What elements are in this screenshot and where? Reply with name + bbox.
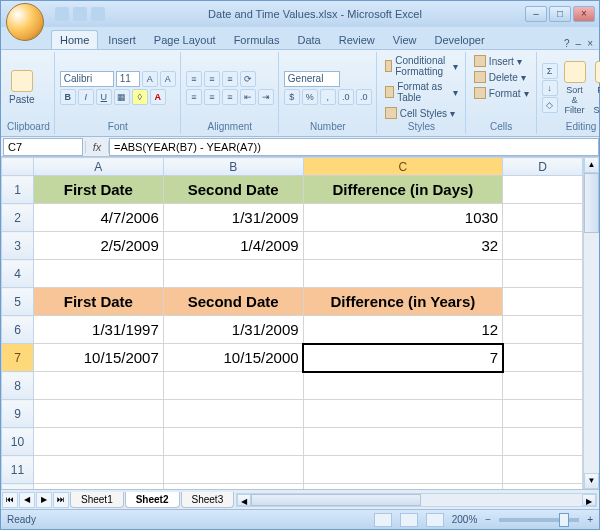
underline-button[interactable]: U [96, 89, 112, 105]
help-icon[interactable]: ? [564, 38, 570, 49]
align-bottom-button[interactable]: ≡ [222, 71, 238, 87]
cell[interactable] [503, 428, 583, 456]
cell[interactable] [33, 428, 163, 456]
vertical-scrollbar[interactable]: ▲ ▼ [583, 157, 599, 489]
sort-filter-button[interactable]: Sort & Filter [562, 59, 588, 117]
cell[interactable]: First Date [33, 176, 163, 204]
cell[interactable] [503, 232, 583, 260]
hscroll-thumb[interactable] [251, 494, 421, 506]
row-header[interactable]: 2 [2, 204, 34, 232]
zoom-out-button[interactable]: − [485, 514, 491, 525]
clear-button[interactable]: ◇ [542, 97, 558, 113]
cell[interactable]: 1/31/2009 [163, 316, 303, 344]
font-size-combo[interactable]: 11 [116, 71, 140, 87]
cell[interactable] [503, 204, 583, 232]
cell[interactable] [33, 484, 163, 490]
cell[interactable] [503, 316, 583, 344]
cell[interactable] [503, 176, 583, 204]
scroll-up-button[interactable]: ▲ [584, 157, 599, 173]
close-button[interactable]: × [573, 6, 595, 22]
cell[interactable]: Difference (in Years) [303, 288, 503, 316]
italic-button[interactable]: I [78, 89, 94, 105]
cell[interactable]: 32 [303, 232, 503, 260]
row-header[interactable]: 6 [2, 316, 34, 344]
align-left-button[interactable]: ≡ [186, 89, 202, 105]
scroll-left-button[interactable]: ◀ [237, 494, 251, 506]
cell[interactable] [503, 260, 583, 288]
cell[interactable] [503, 484, 583, 490]
maximize-button[interactable]: □ [549, 6, 571, 22]
cell[interactable] [503, 344, 583, 372]
cell[interactable]: 10/15/2007 [33, 344, 163, 372]
border-button[interactable]: ▦ [114, 89, 130, 105]
col-header-c[interactable]: C [303, 158, 503, 176]
percent-button[interactable]: % [302, 89, 318, 105]
tab-nav-prev[interactable]: ◀ [19, 492, 35, 508]
fill-button[interactable]: ↓ [542, 80, 558, 96]
qat-save-icon[interactable] [55, 7, 69, 21]
cell[interactable] [163, 260, 303, 288]
row-header[interactable]: 10 [2, 428, 34, 456]
active-cell[interactable]: 7 [303, 344, 503, 372]
view-layout-button[interactable] [400, 513, 418, 527]
formula-input[interactable]: =ABS(YEAR(B7) - YEAR(A7)) [109, 138, 599, 156]
row-header[interactable]: 8 [2, 372, 34, 400]
spreadsheet-grid[interactable]: A B C D 1 First Date Second Date Differe… [1, 157, 583, 489]
format-as-table-button[interactable]: Format as Table▾ [382, 80, 461, 104]
align-right-button[interactable]: ≡ [222, 89, 238, 105]
cell[interactable]: 1/31/2009 [163, 204, 303, 232]
minimize-button[interactable]: – [525, 6, 547, 22]
cell[interactable] [163, 400, 303, 428]
autosum-button[interactable]: Σ [542, 63, 558, 79]
cell[interactable]: Difference (in Days) [303, 176, 503, 204]
cell-styles-button[interactable]: Cell Styles▾ [382, 106, 458, 120]
cell[interactable] [503, 372, 583, 400]
zoom-level[interactable]: 200% [452, 514, 478, 525]
align-center-button[interactable]: ≡ [204, 89, 220, 105]
cell[interactable]: 10/15/2000 [163, 344, 303, 372]
bold-button[interactable]: B [60, 89, 76, 105]
cell[interactable] [33, 372, 163, 400]
scroll-thumb[interactable] [584, 173, 599, 233]
row-header[interactable]: 5 [2, 288, 34, 316]
cell[interactable]: Second Date [163, 288, 303, 316]
sheet-tab[interactable]: Sheet1 [70, 492, 124, 508]
delete-cells-button[interactable]: Delete▾ [471, 70, 529, 84]
office-button[interactable] [6, 3, 44, 41]
insert-cells-button[interactable]: Insert▾ [471, 54, 525, 68]
name-box[interactable]: C7 [3, 138, 83, 156]
tab-developer[interactable]: Developer [426, 31, 492, 49]
cell[interactable] [33, 456, 163, 484]
sheet-tab[interactable]: Sheet2 [125, 492, 180, 508]
row-header[interactable]: 4 [2, 260, 34, 288]
tab-home[interactable]: Home [51, 30, 98, 49]
comma-button[interactable]: , [320, 89, 336, 105]
tab-nav-last[interactable]: ⏭ [53, 492, 69, 508]
sheet-tab[interactable]: Sheet3 [181, 492, 235, 508]
cell[interactable] [303, 484, 503, 490]
dec-decimal-button[interactable]: .0 [356, 89, 372, 105]
format-cells-button[interactable]: Format▾ [471, 86, 532, 100]
align-middle-button[interactable]: ≡ [204, 71, 220, 87]
tab-nav-first[interactable]: ⏮ [2, 492, 18, 508]
cell[interactable] [503, 288, 583, 316]
row-header[interactable]: 9 [2, 400, 34, 428]
cell[interactable] [163, 372, 303, 400]
cell[interactable] [303, 456, 503, 484]
view-pagebreak-button[interactable] [426, 513, 444, 527]
ribbon-close-icon[interactable]: × [587, 38, 593, 49]
conditional-formatting-button[interactable]: Conditional Formatting▾ [382, 54, 461, 78]
cell[interactable]: First Date [33, 288, 163, 316]
cell[interactable]: 12 [303, 316, 503, 344]
qat-redo-icon[interactable] [91, 7, 105, 21]
col-header-a[interactable]: A [33, 158, 163, 176]
grow-font-button[interactable]: A [142, 71, 158, 87]
cell[interactable]: 1/4/2009 [163, 232, 303, 260]
tab-page-layout[interactable]: Page Layout [146, 31, 224, 49]
cell[interactable]: 4/7/2006 [33, 204, 163, 232]
indent-inc-button[interactable]: ⇥ [258, 89, 274, 105]
cell[interactable] [503, 456, 583, 484]
zoom-in-button[interactable]: + [587, 514, 593, 525]
select-all-corner[interactable] [2, 158, 34, 176]
scroll-down-button[interactable]: ▼ [584, 473, 599, 489]
